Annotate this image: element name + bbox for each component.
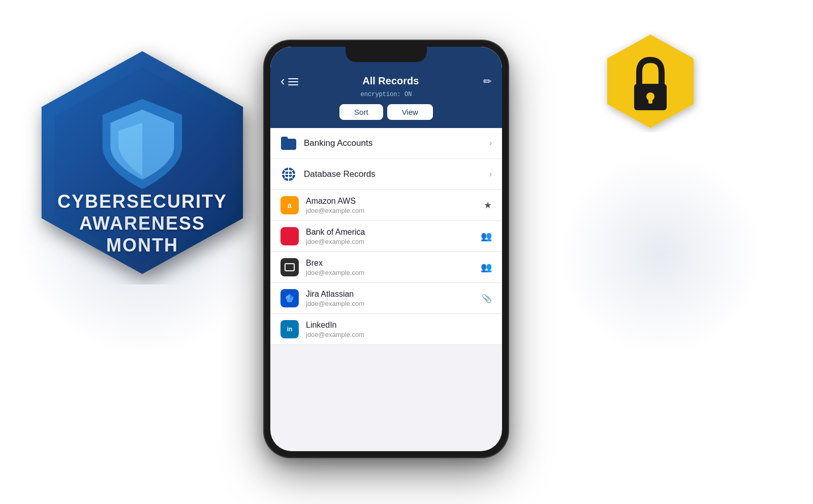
svg-marker-7 — [607, 35, 694, 128]
phone-frame: ‹ All Records ✏ encryption: ON Sort — [264, 41, 508, 457]
jira-paperclip-icon: 📎 — [482, 294, 492, 303]
linkedin-info: LinkedIn jdoe@example.com — [306, 321, 485, 338]
brex-people-icon: 👥 — [481, 262, 492, 273]
menu-icon — [288, 78, 298, 85]
record-jira[interactable]: Jira Atlassian jdoe@example.com 📎 — [270, 283, 502, 314]
record-aws[interactable]: a Amazon AWS jdoe@example.com ★ — [270, 190, 502, 221]
sort-button[interactable]: Sort — [339, 104, 383, 120]
records-list: Banking Accounts › — [270, 128, 502, 451]
bg-shadow-right — [559, 152, 762, 356]
brex-email: jdoe@example.com — [306, 269, 474, 276]
app-header: ‹ All Records ✏ encryption: ON Sort — [270, 69, 502, 128]
cybersecurity-badge: CYBERSECURITY AWARENESS MONTH — [20, 41, 264, 285]
linkedin-email: jdoe@example.com — [306, 331, 485, 338]
jira-email: jdoe@example.com — [306, 300, 475, 307]
boa-email: jdoe@example.com — [306, 238, 474, 245]
phone-screen: ‹ All Records ✏ encryption: ON Sort — [270, 47, 502, 451]
view-button[interactable]: View — [387, 104, 433, 120]
jira-name: Jira Atlassian — [306, 290, 475, 299]
aws-info: Amazon AWS jdoe@example.com — [306, 197, 477, 214]
boa-info: Bank of America jdoe@example.com — [306, 228, 474, 245]
folder-banking-icon — [280, 135, 297, 151]
record-boa[interactable]: Bank of America jdoe@example.com 👥 — [270, 221, 502, 252]
header-title: All Records — [362, 75, 419, 87]
linkedin-name: LinkedIn — [306, 321, 485, 330]
aws-email: jdoe@example.com — [306, 207, 477, 214]
back-button[interactable]: ‹ — [280, 73, 298, 89]
svg-rect-10 — [648, 97, 652, 104]
aws-icon: a — [280, 196, 299, 214]
boa-icon — [280, 227, 299, 245]
banking-chevron: › — [489, 139, 492, 148]
aws-star-icon: ★ — [484, 200, 492, 211]
database-chevron: › — [489, 170, 492, 179]
lock-hex-badge — [600, 30, 701, 132]
edit-button[interactable]: ✏ — [483, 75, 492, 87]
jira-icon — [280, 289, 299, 307]
encryption-badge: encryption: ON — [280, 91, 492, 98]
jira-info: Jira Atlassian jdoe@example.com — [306, 290, 475, 307]
banking-label: Banking Accounts — [304, 138, 482, 148]
brex-icon — [280, 258, 299, 276]
record-brex[interactable]: Brex jdoe@example.com 👥 — [270, 252, 502, 283]
database-label: Database Records — [304, 169, 482, 179]
folder-database-icon — [280, 166, 297, 182]
boa-people-icon: 👥 — [481, 231, 492, 242]
boa-name: Bank of America — [306, 228, 474, 237]
folder-banking[interactable]: Banking Accounts › — [270, 128, 502, 159]
linkedin-icon: in — [280, 320, 299, 338]
badge-title: CYBERSECURITY AWARENESS MONTH — [20, 191, 264, 257]
svg-rect-6 — [285, 264, 294, 271]
aws-name: Amazon AWS — [306, 197, 477, 206]
phone-mockup: ‹ All Records ✏ encryption: ON Sort — [264, 41, 508, 457]
folder-database[interactable]: Database Records › — [270, 159, 502, 190]
brex-info: Brex jdoe@example.com — [306, 259, 474, 276]
back-arrow-icon: ‹ — [280, 73, 285, 89]
record-linkedin[interactable]: in LinkedIn jdoe@example.com — [270, 314, 502, 345]
brex-name: Brex — [306, 259, 474, 268]
phone-notch — [346, 47, 427, 62]
